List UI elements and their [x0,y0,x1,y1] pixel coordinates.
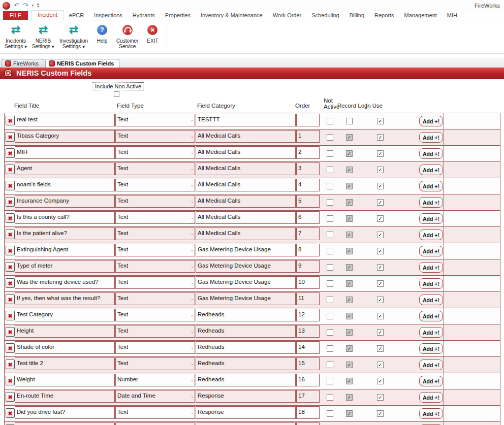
field-title-input[interactable]: Test title 2 [15,357,115,370]
field-title-input[interactable]: Test Category [15,309,115,321]
order-input[interactable]: 5 [296,195,320,208]
field-type-dropdown[interactable]: Text⌄ [115,179,195,191]
add-button[interactable]: Add +! [419,165,443,175]
in-use-checkbox[interactable]: ✓ [377,362,384,368]
field-title-input[interactable]: If yes, then what was the result? [15,292,115,305]
not-active-checkbox[interactable] [327,329,333,336]
order-input[interactable]: 4 [296,179,320,191]
record-log-checkbox[interactable]: ✓ [346,280,353,287]
ribbon-tab-reports[interactable]: Reports [369,11,399,20]
ribbon-tab-epcr[interactable]: ePCR [64,11,89,20]
add-button[interactable]: Add +! [419,132,443,143]
in-use-checkbox[interactable]: ✓ [377,183,384,189]
delete-row-button[interactable]: ✖ [6,165,15,174]
field-category-input[interactable]: Gas Metering Device Usage [196,292,296,305]
not-active-checkbox[interactable] [327,167,333,173]
record-log-checkbox[interactable]: ✓ [346,183,353,189]
add-button[interactable]: Add +! [419,343,443,354]
order-input[interactable]: 14 [296,341,320,354]
help-button[interactable]: ? Help [90,22,114,45]
not-active-checkbox[interactable] [327,215,333,222]
field-title-input[interactable]: En-route Time [15,390,115,403]
order-input[interactable]: 3 [296,162,320,175]
order-input[interactable]: 11 [296,292,320,305]
field-type-dropdown[interactable]: Text⌄ [115,130,195,143]
order-input[interactable] [296,114,320,126]
order-input[interactable]: 17 [296,390,320,403]
delete-row-button[interactable]: ✖ [6,359,15,369]
ribbon-tab-file[interactable]: FILE [3,11,28,20]
field-type-dropdown[interactable]: Text⌄ [115,162,195,175]
field-category-input[interactable]: All Medical Calls [196,162,296,175]
field-type-dropdown[interactable]: Text⌄ [115,325,195,338]
add-button[interactable]: Add +! [419,278,443,289]
order-input[interactable]: 7 [296,227,320,240]
not-active-checkbox[interactable] [327,394,333,401]
delete-row-button[interactable]: ✖ [6,392,15,402]
delete-row-button[interactable]: ✖ [6,148,15,158]
ribbon-tab-properties[interactable]: Properties [160,11,196,20]
field-type-dropdown[interactable]: Text⌄ [115,357,195,370]
in-use-checkbox[interactable]: ✓ [377,248,384,254]
order-input[interactable]: 8 [296,244,320,256]
field-title-input[interactable]: Did you drive fast? [15,406,115,419]
not-active-checkbox[interactable] [327,410,333,417]
field-title-input[interactable]: Height [15,325,115,338]
neris-settings-button[interactable]: ⇄ NERIS Settings ▾ [29,22,57,50]
in-use-checkbox[interactable]: ✓ [377,215,384,222]
record-log-checkbox[interactable]: ✓ [346,362,353,368]
record-log-checkbox[interactable]: ✓ [346,329,353,336]
record-log-checkbox[interactable]: ✓ [346,248,353,254]
field-type-dropdown[interactable]: Date and Time⌄ [115,390,195,403]
record-log-checkbox[interactable]: ✓ [346,378,353,384]
field-type-dropdown[interactable]: Text⌄ [115,406,195,419]
redo-icon[interactable]: ↷ [23,2,28,9]
field-type-dropdown[interactable]: Text⌄ [115,422,195,425]
order-input[interactable]: 10 [296,276,320,289]
delete-row-button[interactable]: ✖ [6,181,15,190]
record-log-checkbox[interactable]: ✓ [346,167,353,173]
field-title-input[interactable]: Tibass Category [15,130,115,143]
in-use-checkbox[interactable]: ✓ [377,297,384,303]
ribbon-tab-inspections[interactable]: Inspections [89,11,128,20]
field-category-input[interactable]: Response [196,422,296,425]
order-input[interactable]: 1 [296,130,320,143]
not-active-checkbox[interactable] [327,362,333,368]
add-button[interactable]: Add +! [419,116,443,126]
field-category-input[interactable]: TESTTT [196,114,296,126]
field-category-input[interactable]: Redheads [196,374,296,386]
customer-service-button[interactable]: Customer Service [114,22,141,50]
in-use-checkbox[interactable]: ✓ [377,150,384,157]
not-active-checkbox[interactable] [327,134,333,141]
delete-row-button[interactable]: ✖ [6,197,15,207]
field-type-dropdown[interactable]: Text⌄ [115,292,195,305]
record-log-checkbox[interactable]: ✓ [346,150,353,157]
order-input[interactable]: 18 [296,406,320,419]
add-button[interactable]: Add +! [419,213,443,224]
record-log-checkbox[interactable]: ✓ [346,313,353,319]
in-use-checkbox[interactable]: ✓ [377,167,384,173]
record-log-checkbox[interactable]: ✓ [346,232,353,238]
exit-button[interactable]: ✕ EXIT [141,22,164,45]
undo-icon[interactable]: ↶ [14,2,19,9]
in-use-checkbox[interactable]: ✓ [377,313,384,319]
delete-row-button[interactable]: ✖ [6,262,15,272]
field-title-input[interactable]: Unit at location [15,422,115,425]
field-title-input[interactable]: Weight [15,374,115,386]
order-input[interactable]: 2 [296,146,320,159]
ribbon-tab-billing[interactable]: Billing [344,11,369,20]
field-type-dropdown[interactable]: Text⌄ [115,260,195,273]
add-button[interactable]: Add +! [419,197,443,208]
not-active-checkbox[interactable] [327,183,333,189]
delete-row-button[interactable]: ✖ [6,132,15,142]
delete-row-button[interactable]: ✖ [6,213,15,223]
in-use-checkbox[interactable]: ✓ [377,378,384,384]
not-active-checkbox[interactable] [327,118,333,124]
field-type-dropdown[interactable]: Text⌄ [115,195,195,208]
field-category-input[interactable]: Gas Metering Device Usage [196,260,296,273]
add-button[interactable]: Add +! [419,408,443,419]
field-category-input[interactable]: Response [196,406,296,419]
in-use-checkbox[interactable]: ✓ [377,232,384,238]
field-title-input[interactable]: real test [15,114,115,126]
in-use-checkbox[interactable]: ✓ [377,118,384,124]
